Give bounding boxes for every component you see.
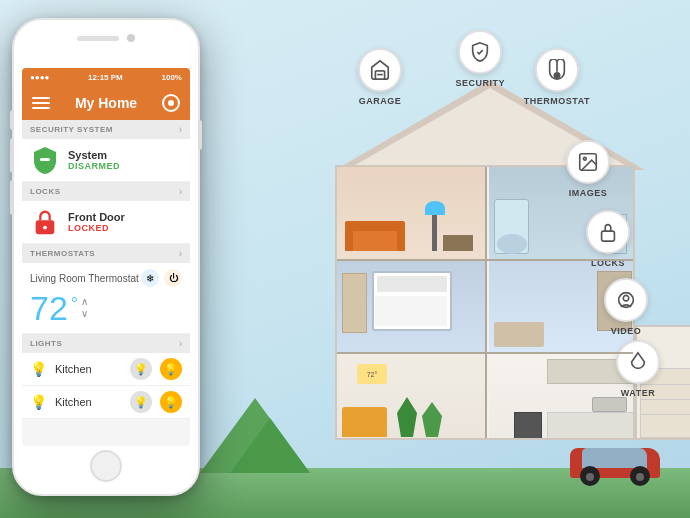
garage-label: GARAGE <box>359 96 402 106</box>
power-icon[interactable]: ⏻ <box>164 269 182 287</box>
lock-item-status: LOCKED <box>68 223 125 233</box>
security-item-text: System DISARMED <box>68 149 120 171</box>
hamburger-icon[interactable] <box>32 97 50 109</box>
light-on-indicator-2: 💡 <box>130 391 152 413</box>
svg-rect-7 <box>602 231 615 241</box>
lights-section: LIGHTS › 💡 Kitchen 💡 💡 💡 Kitchen 💡 💡 <box>22 334 190 419</box>
light-toggle-2[interactable]: 💡 <box>160 391 182 413</box>
thermostat-section-header[interactable]: THERMOSTATS › <box>22 244 190 263</box>
signal-indicator: ●●●● <box>30 73 49 82</box>
locks-section-header[interactable]: LOCKS › <box>22 182 190 201</box>
security-item-name: System <box>68 149 120 161</box>
locks-icon-circle <box>586 210 630 254</box>
lock-item[interactable]: Front Door LOCKED <box>22 201 190 244</box>
thermostat-item-name: Living Room Thermostat <box>30 273 139 284</box>
feature-icon-thermostat[interactable]: THERMOSTAT <box>524 48 590 106</box>
locks-section: LOCKS › Front Door LOCKED <box>22 182 190 244</box>
security-icon-circle <box>458 30 502 74</box>
water-label: WATER <box>621 388 655 398</box>
car <box>570 443 660 488</box>
battery-indicator: 100% <box>162 73 182 82</box>
feature-icon-garage[interactable]: GARAGE <box>358 48 402 106</box>
lights-chevron: › <box>179 338 182 349</box>
house-illustration: 72° <box>325 80 635 440</box>
locks-chevron: › <box>179 186 182 197</box>
feature-icon-security[interactable]: SECURITY <box>455 30 505 88</box>
status-bar: ●●●● 12:15 PM 100% <box>22 68 190 86</box>
video-icon-circle <box>604 278 648 322</box>
light-item-1[interactable]: 💡 Kitchen 💡 💡 <box>22 353 190 386</box>
phone-outer: ●●●● 12:15 PM 100% My Home SECURI <box>12 18 200 496</box>
security-item[interactable]: System DISARMED <box>22 139 190 182</box>
svg-point-4 <box>554 73 560 79</box>
images-label: IMAGES <box>569 188 608 198</box>
locks-section-title: LOCKS <box>30 187 61 196</box>
images-icon-circle <box>566 140 610 184</box>
feature-icon-images[interactable]: IMAGES <box>566 140 610 198</box>
light-toggle-1[interactable]: 💡 <box>160 358 182 380</box>
thermostat-section: THERMOSTATS › Living Room Thermostat ❄ ⏻… <box>22 244 190 334</box>
lights-section-title: LIGHTS <box>30 339 62 348</box>
thermostat-icon-circle <box>535 48 579 92</box>
thermostat-chevron: › <box>179 248 182 259</box>
thermostat-section-title: THERMOSTATS <box>30 249 95 258</box>
settings-icon[interactable] <box>162 94 180 112</box>
time-display: 12:15 PM <box>88 73 123 82</box>
feature-icon-water[interactable]: WATER <box>616 340 660 398</box>
lock-icon <box>30 207 60 237</box>
lights-section-header[interactable]: LIGHTS › <box>22 334 190 353</box>
thermostat-item[interactable]: Living Room Thermostat ❄ ⏻ 72 ° ∧ ∨ <box>22 263 190 334</box>
svg-point-6 <box>583 157 586 160</box>
security-label: SECURITY <box>455 78 505 88</box>
security-section: SECURITY SYSTEM › System DISARMED <box>22 120 190 182</box>
lock-item-name: Front Door <box>68 211 125 223</box>
phone-screen: ●●●● 12:15 PM 100% My Home SECURI <box>22 68 190 446</box>
svg-point-12 <box>43 226 47 230</box>
svg-rect-10 <box>40 158 50 161</box>
svg-point-9 <box>623 295 629 301</box>
snow-icon[interactable]: ❄ <box>141 269 159 287</box>
light-on-indicator-1: 💡 <box>130 358 152 380</box>
garage-icon-circle <box>358 48 402 92</box>
light-name-1: Kitchen <box>55 363 122 375</box>
water-icon-circle <box>616 340 660 384</box>
lock-item-text: Front Door LOCKED <box>68 211 125 233</box>
light-off-icon-1: 💡 <box>30 361 47 377</box>
temp-up[interactable]: ∧ <box>81 297 88 307</box>
light-name-2: Kitchen <box>55 396 122 408</box>
shield-icon <box>30 145 60 175</box>
video-label: VIDEO <box>611 326 642 336</box>
light-off-icon-2: 💡 <box>30 394 47 410</box>
security-section-header[interactable]: SECURITY SYSTEM › <box>22 120 190 139</box>
temp-controls[interactable]: ∧ ∨ <box>81 297 88 319</box>
home-button[interactable] <box>90 450 122 482</box>
temp-value: 72 <box>30 291 68 325</box>
temp-down[interactable]: ∨ <box>81 309 88 319</box>
phone-container: ●●●● 12:15 PM 100% My Home SECURI <box>12 18 200 496</box>
security-chevron: › <box>179 124 182 135</box>
app-header: My Home <box>22 86 190 120</box>
mountain-right <box>230 418 310 473</box>
feature-icon-video[interactable]: VIDEO <box>604 278 648 336</box>
thermostat-label: THERMOSTAT <box>524 96 590 106</box>
light-item-2[interactable]: 💡 Kitchen 💡 💡 <box>22 386 190 419</box>
security-section-title: SECURITY SYSTEM <box>30 125 113 134</box>
temp-unit: ° <box>71 294 78 315</box>
app-title: My Home <box>75 95 137 111</box>
security-item-status: DISARMED <box>68 161 120 171</box>
